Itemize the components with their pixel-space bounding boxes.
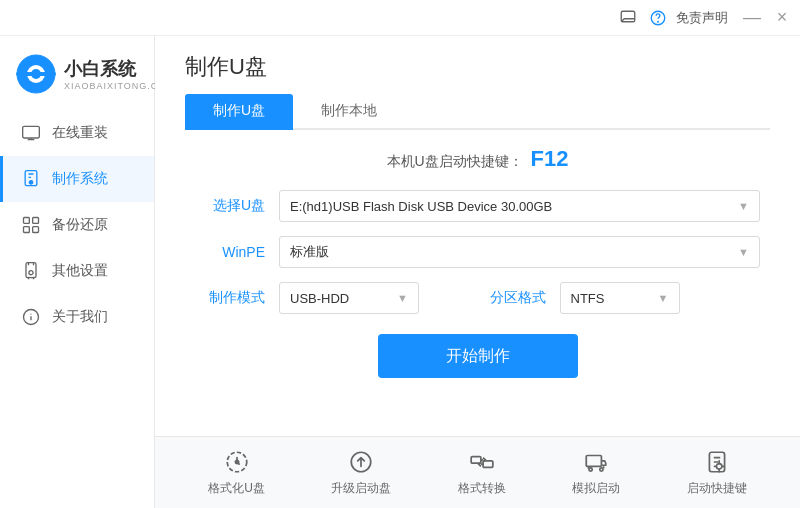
upgrade-boot-icon <box>347 448 375 476</box>
winpe-select-value: 标准版 <box>290 243 329 261</box>
svg-point-24 <box>600 468 603 471</box>
svg-rect-21 <box>483 461 493 468</box>
mode-label: 制作模式 <box>195 289 265 307</box>
simulate-boot-icon <box>582 448 610 476</box>
tab-make-local[interactable]: 制作本地 <box>293 94 405 130</box>
partition-select-value: NTFS <box>571 291 605 306</box>
about-us-icon <box>20 306 42 328</box>
disclaimer-label[interactable]: 免责声明 <box>676 9 728 27</box>
toolbar-format-usb[interactable]: 格式化U盘 <box>208 448 265 497</box>
hotkey-value: F12 <box>531 146 569 171</box>
tab-bar: 制作U盘 制作本地 <box>185 94 770 130</box>
toolbar-format-convert[interactable]: 格式转换 <box>458 448 506 497</box>
logo-area: 小白系统 XIAOBAIXITONG.COM <box>0 46 154 110</box>
toolbar-simulate-boot[interactable]: 模拟启动 <box>572 448 620 497</box>
usb-label: 选择U盘 <box>195 197 265 215</box>
sidebar-label-about-us: 关于我们 <box>52 308 108 326</box>
page-title: 制作U盘 <box>185 52 770 82</box>
svg-point-23 <box>589 468 592 471</box>
backup-restore-icon <box>20 214 42 236</box>
online-reinstall-icon <box>20 122 42 144</box>
partition-select-arrow: ▼ <box>658 292 669 304</box>
form-area: 本机U盘启动快捷键： F12 选择U盘 E:(hd1)USB Flash Dis… <box>155 130 800 394</box>
sidebar-item-online-reinstall[interactable]: 在线重装 <box>0 110 154 156</box>
winpe-select[interactable]: 标准版 ▼ <box>279 236 760 268</box>
title-bar-icons: 免责声明 — × <box>616 6 792 30</box>
winpe-label: WinPE <box>195 244 265 260</box>
svg-rect-6 <box>16 72 56 76</box>
usb-select-arrow: ▼ <box>738 200 749 212</box>
tab-make-usb[interactable]: 制作U盘 <box>185 94 293 130</box>
mode-select-value: USB-HDD <box>290 291 349 306</box>
start-button[interactable]: 开始制作 <box>378 334 578 378</box>
svg-rect-20 <box>471 457 481 464</box>
partition-select[interactable]: NTFS ▼ <box>560 282 680 314</box>
svg-rect-13 <box>33 227 39 233</box>
svg-rect-11 <box>33 218 39 224</box>
active-bar <box>0 156 3 202</box>
svg-point-18 <box>235 460 238 463</box>
sidebar-label-make-system: 制作系统 <box>52 170 108 188</box>
toolbar-upgrade-boot[interactable]: 升级启动盘 <box>331 448 391 497</box>
hotkey-hint-text: 本机U盘启动快捷键： <box>387 153 523 169</box>
hotkey-hint: 本机U盘启动快捷键： F12 <box>195 146 760 172</box>
usb-select-row: 选择U盘 E:(hd1)USB Flash Disk USB Device 30… <box>195 190 760 222</box>
toolbar-format-convert-label: 格式转换 <box>458 480 506 497</box>
sidebar-item-make-system[interactable]: 制作系统 <box>0 156 154 202</box>
sidebar-item-about-us[interactable]: 关于我们 <box>0 294 154 340</box>
svg-rect-7 <box>23 126 40 138</box>
make-system-icon <box>20 168 42 190</box>
minimize-button[interactable]: — <box>742 8 762 28</box>
format-convert-icon <box>468 448 496 476</box>
mode-group: 制作模式 USB-HDD ▼ <box>195 282 470 314</box>
title-bar: 免责声明 — × <box>0 0 800 36</box>
format-usb-icon <box>223 448 251 476</box>
mode-select[interactable]: USB-HDD ▼ <box>279 282 419 314</box>
winpe-row: WinPE 标准版 ▼ <box>195 236 760 268</box>
close-button[interactable]: × <box>772 8 792 28</box>
help-icon[interactable] <box>646 6 670 30</box>
usb-select-value: E:(hd1)USB Flash Disk USB Device 30.00GB <box>290 199 552 214</box>
toolbar-boot-shortcut-label: 启动快捷键 <box>687 480 747 497</box>
sidebar-label-other-settings: 其他设置 <box>52 262 108 280</box>
sidebar-label-backup-restore: 备份还原 <box>52 216 108 234</box>
sidebar-item-other-settings[interactable]: 其他设置 <box>0 248 154 294</box>
bottom-toolbar: 格式化U盘 升级启动盘 格式转换 <box>155 436 800 508</box>
svg-point-9 <box>29 181 32 184</box>
mode-partition-row: 制作模式 USB-HDD ▼ 分区格式 NTFS ▼ <box>195 282 760 314</box>
svg-point-15 <box>29 271 33 275</box>
toolbar-upgrade-boot-label: 升级启动盘 <box>331 480 391 497</box>
svg-rect-22 <box>587 456 602 467</box>
page-header: 制作U盘 制作U盘 制作本地 <box>155 36 800 130</box>
winpe-select-arrow: ▼ <box>738 246 749 258</box>
logo-icon <box>16 54 56 94</box>
svg-rect-12 <box>24 227 30 233</box>
svg-point-2 <box>658 21 659 22</box>
sidebar-item-backup-restore[interactable]: 备份还原 <box>0 202 154 248</box>
mode-select-arrow: ▼ <box>397 292 408 304</box>
feedback-icon[interactable] <box>616 6 640 30</box>
other-settings-icon <box>20 260 42 282</box>
toolbar-format-usb-label: 格式化U盘 <box>208 480 265 497</box>
sidebar: 小白系统 XIAOBAIXITONG.COM 在线重装 <box>0 36 155 508</box>
toolbar-simulate-boot-label: 模拟启动 <box>572 480 620 497</box>
svg-rect-10 <box>24 218 30 224</box>
boot-shortcut-icon <box>703 448 731 476</box>
partition-group: 分区格式 NTFS ▼ <box>486 282 761 314</box>
usb-select[interactable]: E:(hd1)USB Flash Disk USB Device 30.00GB… <box>279 190 760 222</box>
sidebar-label-online-reinstall: 在线重装 <box>52 124 108 142</box>
toolbar-boot-shortcut[interactable]: 启动快捷键 <box>687 448 747 497</box>
partition-label: 分区格式 <box>486 289 546 307</box>
